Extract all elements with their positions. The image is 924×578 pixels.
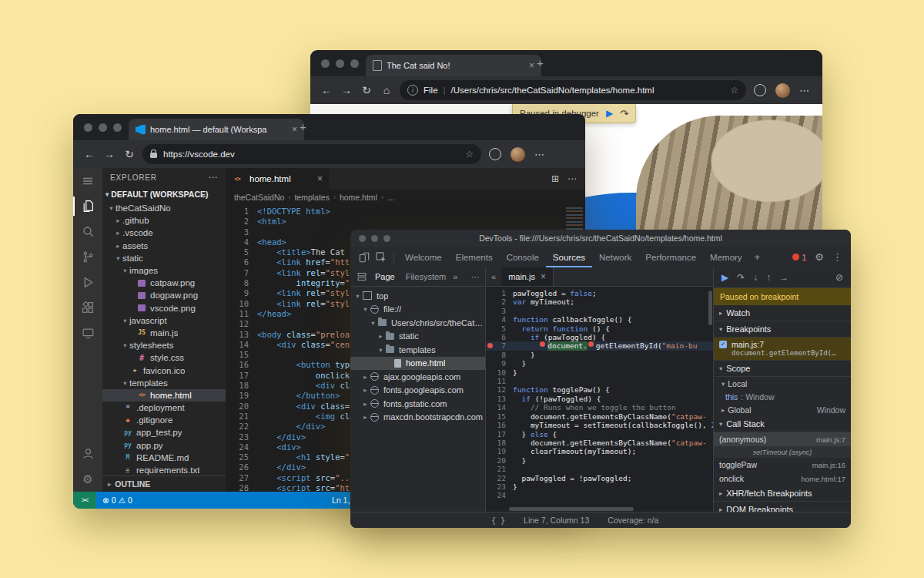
browser-tab[interactable]: The Cat said No! × xyxy=(366,55,541,76)
line-number[interactable]: 11 xyxy=(486,377,513,385)
collapse-navigator-icon[interactable]: « xyxy=(486,272,501,281)
navigator-tab-filesystem[interactable]: Filesystem xyxy=(402,272,450,281)
split-editor-icon[interactable]: ⊞ xyxy=(551,173,559,184)
tree-item-.vscode[interactable]: ▸.vscode xyxy=(102,227,226,239)
workspace-section-header[interactable]: ▾ DEFAULT (WORKSPACE) xyxy=(102,187,226,202)
bookmark-star-icon[interactable]: ☆ xyxy=(730,85,738,96)
line-number[interactable]: 5 xyxy=(486,324,513,333)
breadcrumb-item[interactable]: theCatSaidNo xyxy=(234,193,284,202)
tree-item-.github[interactable]: ▸.github xyxy=(102,214,226,227)
extensions-icon[interactable] xyxy=(73,295,102,321)
editor-tab-home-html[interactable]: home.html × xyxy=(226,168,329,190)
chevron-down-icon[interactable]: ▾ xyxy=(361,305,370,313)
tab-performance[interactable]: Performance xyxy=(638,247,703,267)
chevron-down-icon[interactable]: ▾ xyxy=(121,341,129,349)
frame-location[interactable]: home.html:17 xyxy=(801,475,845,483)
breakpoints-section-header[interactable]: ▾ Breakpoints xyxy=(714,321,851,338)
breadcrumb-item[interactable]: home.html xyxy=(340,193,377,202)
line-number[interactable]: 16 xyxy=(486,421,513,429)
tree-item-static[interactable]: ▾static xyxy=(102,252,226,264)
chevron-right-icon[interactable]: ▸ xyxy=(377,332,385,340)
line-number[interactable]: 9 xyxy=(226,288,257,298)
chevron-right-icon[interactable]: ▸ xyxy=(361,400,370,408)
tree-item-.deployment[interactable]: .deployment xyxy=(102,402,226,414)
line-number[interactable]: 21 xyxy=(226,412,257,422)
tree-item-vscode.png[interactable]: vscode.png xyxy=(102,302,226,314)
line-number[interactable]: 6 xyxy=(486,333,513,341)
sidebar-more-icon[interactable]: ⋯ xyxy=(208,172,218,183)
chevron-right-icon[interactable]: ▸ xyxy=(361,386,370,394)
line-number[interactable]: 20 xyxy=(226,402,257,412)
reload-icon[interactable]: ↻ xyxy=(357,84,377,96)
step-out-icon[interactable]: ↑ xyxy=(766,272,771,283)
close-window-icon[interactable] xyxy=(84,123,92,132)
close-window-icon[interactable] xyxy=(321,59,330,68)
settings-gear-icon[interactable]: ⚙ xyxy=(73,466,102,492)
line-number[interactable]: 22 xyxy=(226,422,257,432)
line-number[interactable]: 14 xyxy=(226,340,257,350)
console-error-badge[interactable]: 1 xyxy=(792,253,807,262)
chevron-down-icon[interactable]: ▾ xyxy=(121,317,129,324)
tree-item-app_test.py[interactable]: app_test.py xyxy=(102,426,226,439)
navigator-tab-page[interactable]: Page xyxy=(371,272,399,281)
profile-avatar[interactable] xyxy=(775,83,790,98)
chevron-down-icon[interactable]: ▾ xyxy=(121,267,129,274)
line-number[interactable]: 19 xyxy=(486,447,513,455)
tab-sources[interactable]: Sources xyxy=(546,247,592,267)
line-number[interactable]: 4 xyxy=(486,315,513,324)
chevron-down-icon[interactable]: ▾ xyxy=(121,379,129,387)
line-number[interactable]: 24 xyxy=(486,491,513,499)
account-icon[interactable] xyxy=(73,441,102,466)
scope-global-row[interactable]: ▸ Global Window xyxy=(714,403,851,416)
tree-item-top[interactable]: ▾top xyxy=(350,289,485,303)
breakpoint-line-number[interactable]: 7 xyxy=(486,341,513,350)
line-number[interactable]: 21 xyxy=(486,465,513,473)
search-icon[interactable] xyxy=(73,219,102,244)
more-tabs-icon[interactable]: + xyxy=(749,251,766,263)
tab-welcome[interactable]: Welcome xyxy=(398,247,449,267)
line-number[interactable]: 12 xyxy=(226,319,257,329)
line-number[interactable]: 15 xyxy=(226,350,257,360)
line-number[interactable]: 24 xyxy=(226,442,257,452)
tree-item-Users/chris/src/theCatSaidN[interactable]: ▾Users/chris/src/theCatSaidN xyxy=(350,316,485,330)
chevron-right-icon[interactable]: ▸ xyxy=(114,229,122,237)
source-code-editor[interactable]: 1pawToggled = false;2var myTimeout;34fun… xyxy=(486,287,713,512)
resume-script-icon[interactable]: ▶ xyxy=(606,108,613,119)
settings-gear-icon[interactable]: ⚙ xyxy=(815,251,824,263)
tree-item-maxcdn.bootstrapcdn.com[interactable]: ▸maxcdn.bootstrapcdn.com xyxy=(350,411,485,425)
remote-explorer-icon[interactable] xyxy=(73,321,102,346)
chevron-right-icon[interactable]: ▸ xyxy=(114,217,122,224)
explorer-icon[interactable] xyxy=(73,193,102,219)
close-editor-tab-icon[interactable]: × xyxy=(317,173,323,184)
close-source-tab-icon[interactable]: × xyxy=(541,271,546,282)
line-number[interactable]: 28 xyxy=(226,483,257,492)
frame-location[interactable]: main.js:7 xyxy=(816,435,845,444)
chevron-down-icon[interactable]: ▾ xyxy=(107,204,116,212)
close-tab-icon[interactable]: × xyxy=(529,60,534,71)
profile-avatar[interactable] xyxy=(511,147,525,162)
kebab-menu-icon[interactable]: ⋮ xyxy=(832,251,842,263)
new-tab-button[interactable]: + xyxy=(537,56,544,69)
editor-more-icon[interactable]: ⋯ xyxy=(567,173,577,184)
tree-item-fonts.googleapis.com[interactable]: ▸fonts.googleapis.com xyxy=(350,384,485,398)
line-number[interactable]: 19 xyxy=(226,391,257,401)
line-number[interactable]: 5 xyxy=(226,247,257,257)
pretty-print-icon[interactable]: { } xyxy=(491,516,505,525)
tree-item-templates[interactable]: ▾templates xyxy=(350,343,485,357)
watch-section-header[interactable]: ▸ Watch xyxy=(714,305,851,321)
extensions-icon[interactable] xyxy=(489,148,501,160)
line-number[interactable]: 1 xyxy=(226,207,257,217)
outline-section-header[interactable]: ▸ OUTLINE xyxy=(102,476,226,492)
tree-item-README.md[interactable]: README.md xyxy=(102,452,226,464)
tree-item-favicon.ico[interactable]: favicon.ico xyxy=(102,364,226,376)
line-number[interactable]: 17 xyxy=(226,371,257,381)
line-number[interactable]: 23 xyxy=(486,482,513,491)
callstack-frame[interactable]: (anonymous) main.js:7 xyxy=(714,432,851,446)
chevron-right-icon[interactable]: ▸ xyxy=(361,373,370,381)
zoom-window-icon[interactable] xyxy=(350,59,359,68)
chevron-right-icon[interactable]: ▸ xyxy=(114,242,122,250)
breakpoint-entry[interactable]: ✓ main.js:7 document.getElementById(… xyxy=(714,338,851,361)
tree-item-ajax.googleapis.com[interactable]: ▸ajax.googleapis.com xyxy=(350,370,485,384)
navigator-more-icon[interactable]: ⋯ xyxy=(471,272,480,282)
extensions-icon[interactable] xyxy=(754,84,766,96)
